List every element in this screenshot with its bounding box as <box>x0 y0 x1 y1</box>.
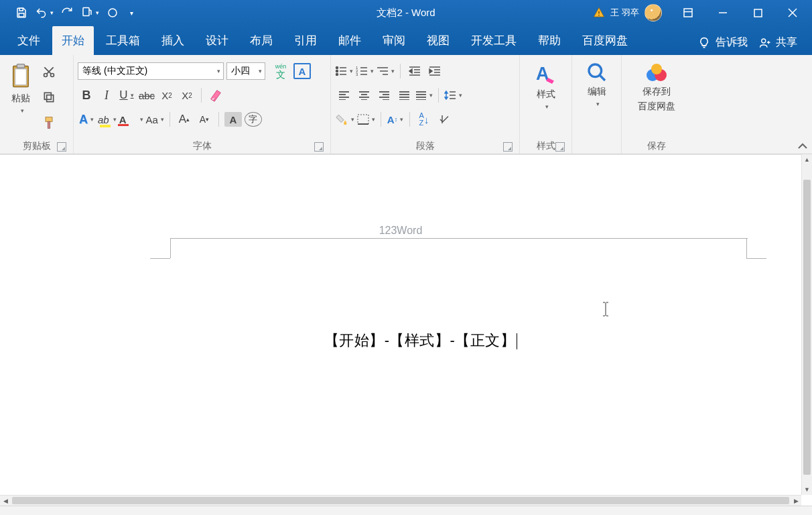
styles-button[interactable]: A 样式 ▾ <box>529 58 563 114</box>
tab-file[interactable]: 文件 <box>8 26 50 55</box>
sort-button[interactable]: AZ↓ <box>415 111 433 128</box>
redo-button[interactable] <box>58 3 76 22</box>
increase-indent-button[interactable] <box>426 62 444 80</box>
close-button[interactable] <box>777 0 808 25</box>
justify-button[interactable] <box>395 87 413 104</box>
avatar[interactable] <box>645 4 662 21</box>
tab-references[interactable]: 引用 <box>285 26 326 55</box>
enclose-char-button[interactable]: 字 <box>245 112 262 127</box>
minimize-button[interactable] <box>707 0 738 25</box>
font-size-combo[interactable]: 小四▾ <box>226 62 265 80</box>
shrink-font-button[interactable]: A▾ <box>196 111 213 128</box>
save-button[interactable] <box>12 3 31 22</box>
scroll-left-button[interactable]: ◀ <box>0 496 11 506</box>
align-left-button[interactable] <box>335 87 352 104</box>
clipboard-icon <box>9 63 32 90</box>
line-spacing-button[interactable]: ▾ <box>444 87 462 104</box>
baidu-save-button[interactable]: 保存到 百度网盘 <box>632 58 681 117</box>
group-label-paragraph: 段落 <box>416 140 435 152</box>
bold-button[interactable]: B <box>78 87 95 104</box>
user-segment[interactable]: 王 羽卒 <box>586 4 669 21</box>
distributed-button[interactable]: ▾ <box>415 87 433 104</box>
titlebar-right: 王 羽卒 <box>586 0 812 25</box>
tab-mailings[interactable]: 邮件 <box>329 26 370 55</box>
qat-customize-button[interactable]: ▾ <box>126 3 137 22</box>
tab-view[interactable]: 视图 <box>417 26 459 55</box>
hscroll-thumb[interactable] <box>12 497 789 504</box>
tab-design[interactable]: 设计 <box>196 26 238 55</box>
decrease-indent-button[interactable] <box>406 62 423 80</box>
paste-button[interactable]: 粘贴 ▾ <box>4 58 38 137</box>
copy-button[interactable] <box>40 89 58 106</box>
tab-baidu[interactable]: 百度网盘 <box>573 26 637 55</box>
svg-line-72 <box>600 75 605 80</box>
horizontal-scrollbar[interactable]: ◀ ▶ <box>0 495 801 506</box>
qat-circle-icon[interactable] <box>103 3 122 22</box>
text-cursor-icon <box>602 302 610 317</box>
char-shading-button[interactable]: A <box>224 112 242 127</box>
group-styles: A 样式 ▾ 样式 <box>520 55 572 154</box>
share-button[interactable]: 共享 <box>758 36 797 50</box>
grow-font-button[interactable]: A▴ <box>176 111 193 128</box>
tab-home[interactable]: 开始 <box>52 26 94 55</box>
tab-layout[interactable]: 布局 <box>241 26 282 55</box>
tab-developer[interactable]: 开发工具 <box>462 26 526 55</box>
align-right-button[interactable] <box>375 87 393 104</box>
borders-button[interactable]: ▾ <box>357 111 375 128</box>
asian-layout-button[interactable]: A↕▾ <box>387 111 404 128</box>
superscript-button[interactable]: X2 <box>178 87 196 104</box>
maximize-button[interactable] <box>742 0 773 25</box>
multilevel-list-button[interactable]: ▾ <box>377 62 395 80</box>
bullets-button[interactable]: ▾ <box>335 62 353 80</box>
font-family-combo[interactable]: 等线 (中文正文)▾ <box>78 62 224 80</box>
clear-formatting-button[interactable] <box>207 87 224 104</box>
tell-me-button[interactable]: 告诉我 <box>698 36 748 50</box>
editing-button[interactable]: 编辑 ▾ <box>581 58 613 111</box>
vertical-scrollbar[interactable]: ▲ ▼ <box>801 154 812 495</box>
tab-review[interactable]: 审阅 <box>373 26 415 55</box>
shading-button[interactable]: ▾ <box>335 111 354 128</box>
group-label-baidu: 保存 <box>647 140 666 152</box>
svg-point-25 <box>336 74 338 76</box>
scroll-right-button[interactable]: ▶ <box>791 496 801 506</box>
collapse-ribbon-button[interactable] <box>797 141 808 151</box>
touch-mode-button[interactable]: ▾ <box>80 3 99 22</box>
strikethrough-button[interactable]: abc <box>138 87 155 104</box>
tab-help[interactable]: 帮助 <box>529 26 570 55</box>
ribbon-display-button[interactable] <box>673 0 703 25</box>
font-size-value: 小四 <box>231 65 256 77</box>
paragraph-dialog-launcher[interactable] <box>503 142 513 152</box>
font-color-button[interactable]: A▾ <box>119 111 143 128</box>
format-painter-button[interactable] <box>40 114 58 131</box>
styles-dialog-launcher[interactable] <box>555 142 565 152</box>
undo-button[interactable]: ▾ <box>35 3 54 22</box>
document-canvas[interactable]: 123Word 【开始】-【样式】-【正文】 <box>0 154 801 495</box>
group-clipboard: 粘贴 ▾ 剪贴板 <box>0 55 74 154</box>
cut-button[interactable] <box>40 63 58 80</box>
underline-button[interactable]: U▾ <box>118 87 135 104</box>
align-center-button[interactable] <box>355 87 373 104</box>
tab-insert[interactable]: 插入 <box>152 26 194 55</box>
header-text: 123Word <box>52 225 749 237</box>
share-icon <box>758 37 772 49</box>
text-effects-button[interactable]: A▾ <box>78 111 95 128</box>
baidu-label-2: 百度网盘 <box>638 101 675 113</box>
svg-rect-13 <box>15 69 27 85</box>
font-dialog-launcher[interactable] <box>314 142 324 152</box>
titlebar: ▾ ▾ ▾ 文档2 - Word 王 羽卒 <box>0 0 812 25</box>
phonetic-guide-button[interactable]: wén文 <box>271 62 291 80</box>
highlight-button[interactable]: ab▾ <box>98 111 117 128</box>
change-case-button[interactable]: Aa▾ <box>146 111 164 128</box>
char-border-button[interactable]: A <box>293 63 311 79</box>
scroll-up-button[interactable]: ▲ <box>802 154 812 165</box>
styles-icon: A <box>534 62 558 86</box>
show-marks-button[interactable] <box>435 111 453 128</box>
numbering-button[interactable]: 123▾ <box>356 62 374 80</box>
clipboard-dialog-launcher[interactable] <box>57 142 66 152</box>
document-body-text[interactable]: 【开始】-【样式】-【正文】 <box>52 331 789 351</box>
scroll-down-button[interactable]: ▼ <box>802 484 812 495</box>
italic-button[interactable]: I <box>98 87 115 104</box>
vscroll-thumb[interactable] <box>803 180 811 475</box>
tab-toolbox[interactable]: 工具箱 <box>96 26 149 55</box>
subscript-button[interactable]: X2 <box>158 87 176 104</box>
